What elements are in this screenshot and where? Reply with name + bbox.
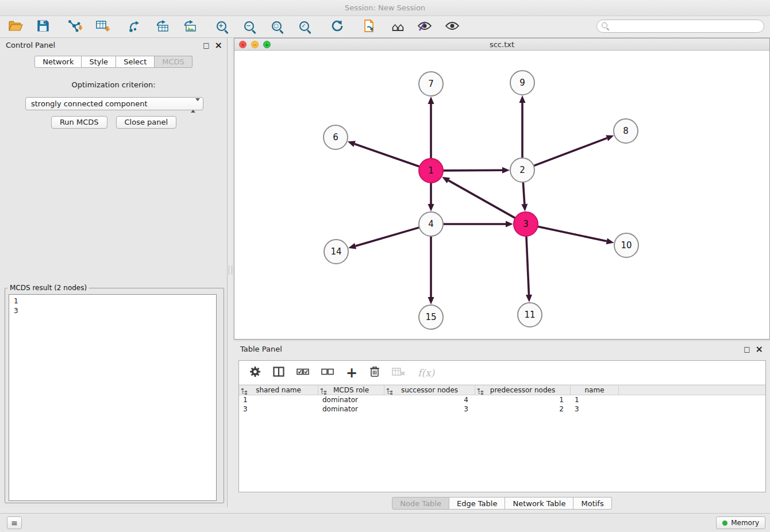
cell-predecessor-nodes[interactable]: 2 <box>475 404 571 414</box>
columns-icon <box>273 367 284 379</box>
table-settings-button[interactable] <box>249 365 261 380</box>
cell-mcds-role[interactable]: dominator <box>318 404 384 414</box>
column-header-mcds-role[interactable]: MCDS role <box>318 385 384 395</box>
import-table-button[interactable] <box>94 18 111 36</box>
export-image-button[interactable] <box>182 18 199 36</box>
home-views-button[interactable]: ⌂⌂ <box>388 18 406 36</box>
column-header-name[interactable]: name <box>571 385 619 395</box>
column-header-shared-name[interactable]: shared name <box>239 385 318 395</box>
network-node[interactable]: 7 <box>419 72 443 96</box>
zoom-out-button[interactable]: − <box>241 18 259 36</box>
refresh-button[interactable] <box>329 18 346 36</box>
network-canvas[interactable]: 7968124314101511 <box>234 51 769 339</box>
network-node[interactable]: 9 <box>510 71 534 95</box>
network-edge[interactable] <box>355 144 419 167</box>
show-columns-button[interactable] <box>273 365 284 380</box>
column-header-successor-nodes[interactable]: successor nodes <box>384 385 475 395</box>
close-table-panel-icon[interactable]: × <box>756 345 763 353</box>
export-table-button[interactable] <box>154 18 171 36</box>
network-edge[interactable] <box>523 182 524 204</box>
import-network-button[interactable] <box>67 18 84 36</box>
network-edge[interactable] <box>443 170 502 171</box>
network-node[interactable]: 4 <box>419 212 443 236</box>
memory-button[interactable]: Memory <box>716 516 765 529</box>
network-edge[interactable] <box>526 236 529 295</box>
column-header-predecessor-nodes[interactable]: predecessor nodes <box>475 385 571 395</box>
network-canvas-container[interactable]: 7968124314101511 <box>234 51 769 339</box>
zoom-fit-button[interactable]: ○ <box>269 18 286 36</box>
minimize-window-icon[interactable]: − <box>251 41 259 48</box>
cell-predecessor-nodes[interactable]: 1 <box>475 395 571 404</box>
optimization-criterion-label: Optimization criterion: <box>0 80 227 89</box>
mcds-result-list[interactable]: 1 3 <box>9 294 217 501</box>
memory-status-icon <box>722 521 727 526</box>
open-session-button[interactable] <box>7 18 24 36</box>
control-panel-title: Control Panel <box>6 41 55 49</box>
network-node[interactable]: 6 <box>324 125 348 149</box>
network-node[interactable]: 2 <box>510 158 534 182</box>
tab-select[interactable]: Select <box>116 56 155 68</box>
network-edge[interactable] <box>534 138 607 165</box>
task-history-button[interactable]: ≡ <box>7 516 22 529</box>
float-panel-icon[interactable]: □ <box>203 42 209 49</box>
network-node[interactable]: 14 <box>324 240 348 264</box>
paint-visibility-button[interactable] <box>416 18 433 36</box>
network-node[interactable]: 10 <box>614 233 638 257</box>
column-type-icon <box>241 388 248 398</box>
eye-icon <box>445 20 460 33</box>
tab-motifs[interactable]: Motifs <box>573 497 611 510</box>
zoom-window-icon[interactable]: + <box>263 41 271 48</box>
tab-style[interactable]: Style <box>82 56 116 68</box>
node-label: 15 <box>425 312 436 322</box>
deselect-all-columns-button[interactable] <box>321 365 334 380</box>
cell-successor-nodes[interactable]: 3 <box>384 404 475 414</box>
apply-style-button[interactable] <box>361 18 378 36</box>
main-toolbar: + − ○ ✓ <box>0 16 770 38</box>
mcds-result-item[interactable]: 1 <box>9 296 216 306</box>
search-input[interactable] <box>596 20 764 33</box>
table-row[interactable]: 1 dominator 4 1 1 <box>239 395 765 404</box>
show-hide-button[interactable] <box>444 18 461 36</box>
cell-name[interactable]: 1 <box>571 395 619 404</box>
tab-edge-table[interactable]: Edge Table <box>449 497 505 510</box>
run-mcds-button[interactable]: Run MCDS <box>51 116 107 129</box>
tab-network[interactable]: Network <box>34 56 82 68</box>
cell-shared-name[interactable]: 3 <box>239 404 318 414</box>
float-table-panel-icon[interactable]: □ <box>744 346 750 353</box>
cell-mcds-role[interactable]: dominator <box>318 395 384 404</box>
panel-splitter-handle[interactable] <box>229 265 232 275</box>
tab-node-table[interactable]: Node Table <box>392 497 449 510</box>
cell-successor-nodes[interactable]: 4 <box>384 395 475 404</box>
network-node[interactable]: 8 <box>614 119 638 143</box>
node-label: 14 <box>330 246 341 257</box>
add-column-button[interactable]: + <box>346 365 357 380</box>
zoom-selected-button[interactable]: ✓ <box>297 18 314 36</box>
criterion-dropdown[interactable]: strongly connected component <box>25 97 203 110</box>
network-window-titlebar[interactable]: × − + scc.txt <box>234 38 769 51</box>
select-all-columns-button[interactable] <box>297 365 309 380</box>
zoom-in-button[interactable]: + <box>214 18 231 36</box>
mcds-result-item[interactable]: 3 <box>9 306 216 316</box>
new-network-button[interactable] <box>126 18 144 36</box>
table-row[interactable]: 3 dominator 3 2 3 <box>239 404 765 414</box>
tab-network-table[interactable]: Network Table <box>505 497 573 510</box>
tab-mcds[interactable]: MCDS <box>155 56 192 68</box>
network-node[interactable]: 1 <box>419 159 443 183</box>
close-panel-icon[interactable]: × <box>215 41 222 49</box>
save-session-button[interactable] <box>34 18 52 36</box>
close-window-icon[interactable]: × <box>239 41 247 48</box>
cell-shared-name[interactable]: 1 <box>239 395 318 404</box>
close-panel-button[interactable]: Close panel <box>116 116 177 129</box>
toolbar-search <box>596 20 764 33</box>
network-edge[interactable] <box>356 228 419 246</box>
home-icon: ⌂⌂ <box>391 21 402 33</box>
network-edge[interactable] <box>448 180 515 218</box>
criterion-value: strongly connected component <box>31 99 148 108</box>
network-node[interactable]: 3 <box>514 212 538 236</box>
network-node[interactable]: 15 <box>419 305 443 329</box>
document-share-icon <box>363 19 376 34</box>
network-node[interactable]: 11 <box>518 303 542 327</box>
cell-name[interactable]: 3 <box>571 404 619 414</box>
network-edge[interactable] <box>538 226 607 241</box>
delete-column-button[interactable] <box>369 365 380 380</box>
